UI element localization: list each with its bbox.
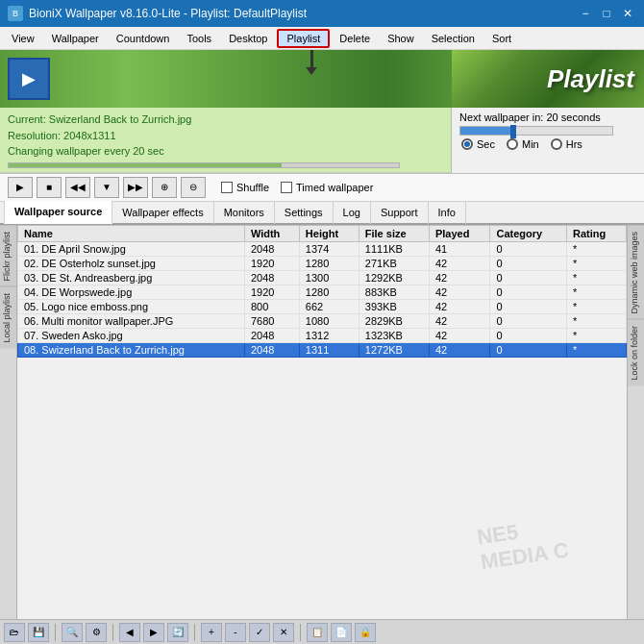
close-button[interactable]: ✕ (619, 5, 636, 22)
hrs-label: Hrs (566, 138, 582, 150)
taskbar-settings-icon[interactable]: ⚙ (86, 623, 107, 642)
table-row[interactable]: 04. DE Worpswede.jpg19201280883KB420* (18, 285, 627, 299)
menu-countdown[interactable]: Countdown (109, 31, 178, 46)
cell-1: 2048 (244, 342, 299, 357)
cell-0: 03. DE St. Andreasberg.jpg (18, 270, 245, 285)
taskbar-save-icon[interactable]: 💾 (28, 623, 49, 642)
play-button[interactable]: ▶ (8, 177, 33, 198)
taskbar-check-icon[interactable]: ✓ (249, 623, 270, 642)
maximize-button[interactable]: □ (598, 5, 615, 22)
taskbar-refresh-icon[interactable]: 🔄 (167, 623, 188, 642)
table-row[interactable]: 02. DE Osterholz sunset.jpg19201280271KB… (18, 256, 627, 270)
cell-2: 1300 (299, 270, 359, 285)
taskbar-misc3-icon[interactable]: 🔒 (355, 623, 376, 642)
taskbar-remove-icon[interactable]: - (225, 623, 246, 642)
prev-button[interactable]: ▼ (94, 177, 119, 198)
right-label-area: Dynamic web images Lock on folder (627, 225, 644, 628)
cell-2: 1312 (299, 328, 359, 342)
cell-0: 01. DE April Snow.jpg (18, 241, 245, 256)
table-row[interactable]: 01. DE April Snow.jpg204813741111KB410* (18, 241, 627, 256)
menu-view[interactable]: View (4, 31, 42, 46)
col-rating[interactable]: Rating (567, 225, 627, 241)
cell-1: 2048 (244, 241, 299, 256)
stop-button[interactable]: ■ (37, 177, 62, 198)
cell-3: 1272KB (359, 342, 429, 357)
radio-min[interactable]: Min (507, 138, 539, 150)
table-row[interactable]: 03. DE St. Andreasberg.jpg204813001292KB… (18, 270, 627, 285)
menu-desktop[interactable]: Desktop (221, 31, 275, 46)
timed-wallpaper-checkbox[interactable]: Timed wallpaper (281, 182, 373, 193)
cell-4: 42 (429, 270, 490, 285)
cell-2: 662 (299, 299, 359, 313)
prev-prev-button[interactable]: ◀◀ (65, 177, 90, 198)
menu-selection[interactable]: Selection (424, 31, 483, 46)
shuffle-checkbox[interactable]: Shuffle (221, 182, 269, 193)
taskbar-add-icon[interactable]: + (201, 623, 222, 642)
table-row[interactable]: 08. Swizerland Back to Zurrich.jpg204813… (18, 342, 627, 357)
taskbar-forward-icon[interactable]: ▶ (143, 623, 164, 642)
col-played[interactable]: Played (429, 225, 490, 241)
cell-0: 06. Multi monitor wallpaper.JPG (18, 313, 245, 328)
taskbar-misc1-icon[interactable]: 📋 (307, 623, 328, 642)
tab-monitors[interactable]: Monitors (214, 201, 275, 224)
tab-support[interactable]: Support (371, 201, 429, 224)
cell-5: 0 (490, 328, 567, 342)
cell-3: 1323KB (359, 328, 429, 342)
cell-5: 0 (490, 313, 567, 328)
menu-playlist[interactable]: Playlist (277, 29, 330, 48)
interval: Changing wallpaper every 20 sec (8, 143, 443, 160)
taskbar-back-icon[interactable]: ◀ (119, 623, 140, 642)
tab-wallpaper-effects[interactable]: Wallpaper effects (112, 201, 213, 224)
col-size[interactable]: File size (359, 225, 429, 241)
cell-1: 2048 (244, 270, 299, 285)
table-row[interactable]: 05. Logo nice emboss.png800662393KB420* (18, 299, 627, 313)
cell-6: * (567, 342, 627, 357)
menu-wallpaper[interactable]: Wallpaper (44, 31, 107, 46)
flickr-playlist-label[interactable]: Flickr playlist (0, 225, 16, 287)
table-row[interactable]: 07. Sweden Asko.jpg204813121323KB420* (18, 328, 627, 342)
taskbar-search-icon[interactable]: 🔍 (62, 623, 83, 642)
tab-wallpaper-source[interactable]: Wallpaper source (4, 201, 112, 224)
next-button[interactable]: ▶▶ (123, 177, 148, 198)
shuffle-label: Shuffle (236, 182, 269, 193)
file-list-container[interactable]: NE5MEDIA C Name Width Height File size P… (17, 225, 627, 628)
minimize-button[interactable]: − (577, 5, 594, 22)
col-category[interactable]: Category (490, 225, 567, 241)
menu-show[interactable]: Show (380, 31, 422, 46)
current-wallpaper: Current: Swizerland Back to Zurrich.jpg (8, 111, 443, 128)
col-name[interactable]: Name (18, 225, 245, 241)
window-title: BioniX Wallpaper v8.16.0-Lite - Playlist… (29, 7, 307, 20)
cell-4: 41 (429, 241, 490, 256)
progress-bar[interactable] (459, 126, 613, 136)
radio-sec[interactable]: Sec (461, 138, 495, 150)
cell-4: 42 (429, 342, 490, 357)
remove-button[interactable]: ⊖ (181, 177, 206, 198)
file-table: Name Width Height File size Played Categ… (17, 225, 627, 358)
cell-6: * (567, 299, 627, 313)
radio-hrs[interactable]: Hrs (551, 138, 582, 150)
col-width[interactable]: Width (244, 225, 299, 241)
taskbar-open-icon[interactable]: 🗁 (4, 623, 25, 642)
lock-folder-label[interactable]: Lock on folder (628, 319, 644, 386)
menu-sort[interactable]: Sort (484, 31, 519, 46)
cell-4: 42 (429, 256, 490, 270)
cell-2: 1080 (299, 313, 359, 328)
cell-5: 0 (490, 299, 567, 313)
dynamic-web-label[interactable]: Dynamic web images (628, 225, 644, 320)
table-row[interactable]: 06. Multi monitor wallpaper.JPG768010802… (18, 313, 627, 328)
menu-tools[interactable]: Tools (179, 31, 219, 46)
tab-log[interactable]: Log (334, 201, 371, 224)
cell-1: 1920 (244, 285, 299, 299)
taskbar-cancel-icon[interactable]: ✕ (273, 623, 294, 642)
cell-3: 2829KB (359, 313, 429, 328)
tab-settings[interactable]: Settings (275, 201, 334, 224)
cell-2: 1280 (299, 285, 359, 299)
menu-delete[interactable]: Delete (332, 31, 378, 46)
add-button[interactable]: ⊕ (152, 177, 177, 198)
cell-0: 07. Sweden Asko.jpg (18, 328, 245, 342)
taskbar-misc2-icon[interactable]: 📄 (331, 623, 352, 642)
cell-6: * (567, 241, 627, 256)
col-height[interactable]: Height (299, 225, 359, 241)
tab-info[interactable]: Info (429, 201, 466, 224)
local-playlist-label[interactable]: Local playlist (0, 286, 16, 349)
